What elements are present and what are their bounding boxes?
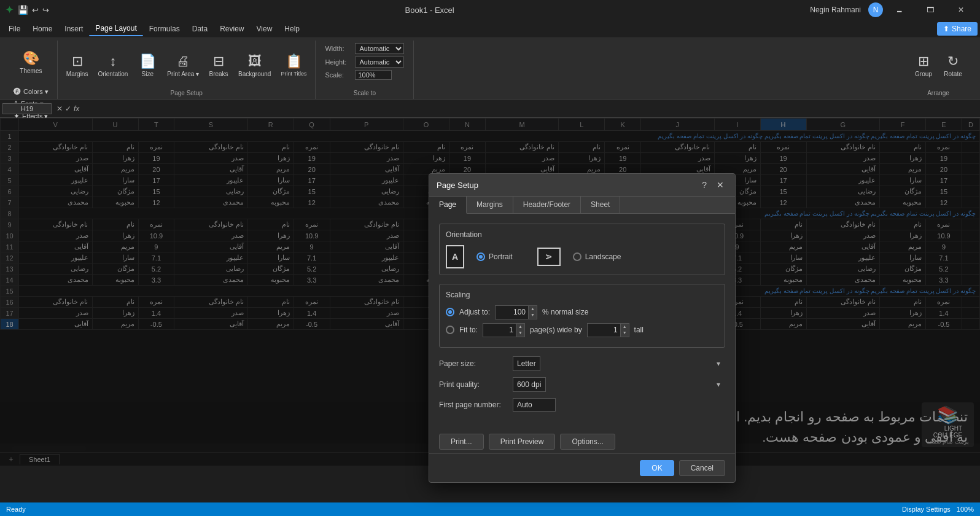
status-ready: Ready <box>6 506 26 513</box>
menu-page-layout[interactable]: Page Layout <box>89 22 142 36</box>
dialog-close-button[interactable]: ✕ <box>713 179 728 191</box>
menu-formulas[interactable]: Formulas <box>143 22 186 36</box>
fit-tall-input[interactable] <box>587 323 621 337</box>
status-bar: Ready Display Settings 100% <box>0 502 980 516</box>
adjust-to-down[interactable]: ▼ <box>529 312 537 318</box>
quick-access-redo[interactable]: ↪ <box>42 6 49 15</box>
landscape-label: Landscape <box>585 252 621 261</box>
fx-icon[interactable]: fx <box>74 104 79 113</box>
landscape-radio[interactable] <box>573 252 581 261</box>
fit-wide-down[interactable]: ▼ <box>516 330 524 336</box>
fit-wide-up[interactable]: ▲ <box>516 324 524 330</box>
ribbon-spacer <box>414 41 901 99</box>
fit-tall-up[interactable]: ▲ <box>621 324 629 330</box>
ribbon-background-btn[interactable]: 🖼 Background <box>235 44 274 87</box>
ribbon-margins-btn[interactable]: ⊡ Margins <box>63 44 92 87</box>
margins-icon: ⊡ <box>72 53 83 69</box>
height-select[interactable]: Automatic <box>355 57 404 68</box>
quick-access-save[interactable]: 💾 <box>18 5 28 15</box>
ribbon-page-setup-items: ⊡ Margins ↕ Orientation 📄 Size 🖨 Print A… <box>63 41 311 90</box>
print-quality-select[interactable]: 600 dpi 300 dpi <box>513 377 546 392</box>
menu-insert[interactable]: Insert <box>58 22 89 36</box>
portrait-radio-option[interactable]: Portrait <box>476 252 513 261</box>
share-button[interactable]: ⬆ Share <box>937 22 978 36</box>
dialog-body: Orientation A Portrait <box>429 214 735 428</box>
page-setup-group-label: Page Setup <box>171 90 203 99</box>
ribbon-orientation-btn[interactable]: ↕ Orientation <box>94 44 131 87</box>
fx-confirm-icon[interactable]: ✓ <box>65 104 71 113</box>
scale-group-label: Scale to <box>354 90 376 99</box>
status-right: Display Settings 100% <box>902 506 974 513</box>
dialog-help-button[interactable]: ? <box>698 179 710 191</box>
margins-label: Margins <box>66 71 88 77</box>
quick-access-undo[interactable]: ↩ <box>32 6 39 15</box>
ribbon-group-arrange: ⊞ Group ↻ Rotate Arrange <box>901 41 975 99</box>
fit-tall-spinner: ▲ ▼ <box>587 323 629 337</box>
menu-help[interactable]: Help <box>278 22 306 36</box>
cancel-button[interactable]: Cancel <box>679 460 725 476</box>
paper-size-label: Paper size: <box>439 359 507 368</box>
fit-wide-input[interactable] <box>483 323 516 337</box>
display-settings[interactable]: Display Settings <box>902 506 951 513</box>
ribbon-group-btn[interactable]: ⊞ Group <box>910 44 937 87</box>
ok-button[interactable]: OK <box>640 460 674 476</box>
landscape-radio-option[interactable]: Landscape <box>573 252 621 261</box>
print-button[interactable]: Print... <box>439 434 484 450</box>
first-page-input[interactable] <box>513 398 556 412</box>
width-label: Width: <box>325 45 352 52</box>
print-preview-button[interactable]: Print Preview <box>489 434 556 450</box>
formula-icons: ✕ ✓ fx <box>54 104 82 113</box>
cell-reference-input[interactable] <box>2 103 52 114</box>
close-button[interactable]: ✕ <box>947 0 975 20</box>
dialog-tab-margins[interactable]: Margins <box>467 197 513 213</box>
ribbon-print-titles-btn[interactable]: 📋 Print Titles <box>277 44 310 87</box>
adjust-to-up[interactable]: ▲ <box>529 306 537 312</box>
menu-file[interactable]: File <box>2 22 26 36</box>
menu-view[interactable]: View <box>251 22 279 36</box>
fx-cancel-icon[interactable]: ✕ <box>56 104 63 113</box>
rotate-icon: ↻ <box>947 53 959 69</box>
paper-size-wrapper: Letter A4 Legal <box>513 356 725 371</box>
window-title: Book1 - Excel <box>405 6 454 15</box>
adjust-to-radio[interactable] <box>446 308 454 316</box>
maximize-button[interactable]: 🗖 <box>916 0 944 20</box>
breaks-icon: ⊟ <box>213 53 224 69</box>
paper-size-select[interactable]: Letter A4 Legal <box>513 356 540 371</box>
fit-tall-down[interactable]: ▼ <box>621 330 629 336</box>
ribbon-rotate-btn[interactable]: ↻ Rotate <box>939 44 966 87</box>
portrait-radio[interactable] <box>476 252 485 261</box>
options-button[interactable]: Options... <box>560 434 615 450</box>
width-select[interactable]: Automatic <box>355 43 404 54</box>
menu-home[interactable]: Home <box>26 22 58 36</box>
ribbon-colors-btn[interactable]: 🅐 Colors ▾ <box>10 86 52 97</box>
dialog-tab-page[interactable]: Page <box>429 197 467 214</box>
dialog-actions: OK Cancel <box>429 453 735 482</box>
menu-review[interactable]: Review <box>214 22 250 36</box>
dialog-tab-header-footer[interactable]: Header/Footer <box>513 197 581 213</box>
print-titles-label: Print Titles <box>281 71 306 77</box>
dialog-title-bar: Page Setup ? ✕ <box>429 174 735 197</box>
scale-input[interactable] <box>355 70 392 80</box>
arrange-items: ⊞ Group ↻ Rotate <box>910 41 966 90</box>
ribbon-size-btn[interactable]: 📄 Size <box>134 44 161 87</box>
portrait-option[interactable]: A <box>446 245 464 268</box>
fit-to-radio[interactable] <box>446 326 454 334</box>
ribbon-breaks-btn[interactable]: ⊟ Breaks <box>205 44 232 87</box>
scaling-title: Scaling <box>446 291 718 299</box>
formula-input[interactable] <box>84 103 978 114</box>
dialog-tab-sheet[interactable]: Sheet <box>581 197 620 213</box>
dialog-tabs: Page Margins Header/Footer Sheet <box>429 197 735 214</box>
fit-to-row: Fit to: ▲ ▼ page(s) wide by ▲ ▼ <box>446 323 718 337</box>
minimize-button[interactable]: 🗕 <box>885 0 914 20</box>
scale-row: Scale: <box>325 70 404 80</box>
scaling-section: Scaling Adjust to: ▲ ▼ % normal size <box>439 284 725 348</box>
adjust-to-label: Adjust to: <box>459 308 490 316</box>
adjust-to-input[interactable] <box>495 305 529 319</box>
ribbon-themes-btn[interactable]: 🎨 Themes <box>16 41 45 84</box>
portrait-label: Portrait <box>489 252 513 261</box>
print-titles-icon: 📋 <box>286 53 302 69</box>
ribbon-print-area-btn[interactable]: 🖨 Print Area ▾ <box>163 44 203 87</box>
arrange-group-label: Arrange <box>927 90 949 99</box>
menu-data[interactable]: Data <box>186 22 214 36</box>
menu-bar: File Home Insert Page Layout Formulas Da… <box>0 20 980 38</box>
